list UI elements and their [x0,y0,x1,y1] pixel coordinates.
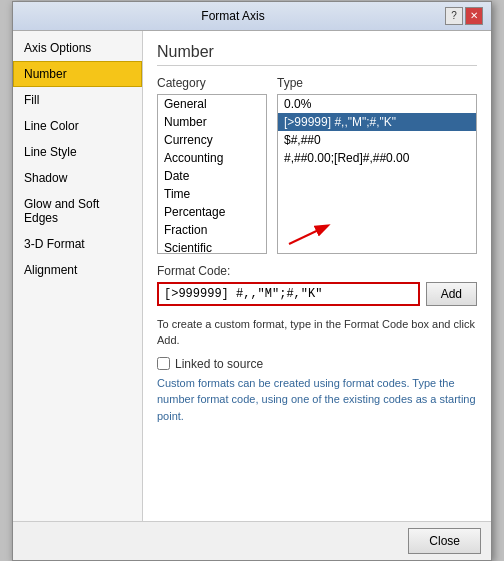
category-list[interactable]: General Number Currency Accounting Date … [157,94,267,254]
format-code-label: Format Code: [157,264,477,278]
linked-source-checkbox[interactable] [157,357,170,370]
type-column: Type 0.0% [>99999] #,,"M";#,"K" $#,##0 #… [277,76,477,254]
sidebar-item-3d-format[interactable]: 3-D Format [13,231,142,257]
category-currency[interactable]: Currency [158,131,266,149]
category-accounting[interactable]: Accounting [158,149,266,167]
format-code-section: Format Code: Add [157,264,477,306]
type-label: Type [277,76,477,90]
linked-source-row: Linked to source [157,357,477,371]
type-listbox[interactable]: 0.0% [>99999] #,,"M";#,"K" $#,##0 #,##0.… [277,94,477,254]
help-text: To create a custom format, type in the F… [157,316,477,349]
sidebar-item-line-style[interactable]: Line Style [13,139,142,165]
category-fraction[interactable]: Fraction [158,221,266,239]
dialog-title: Format Axis [201,9,264,23]
category-column: Category General Number Currency Account… [157,76,267,254]
close-button[interactable]: Close [408,528,481,554]
sidebar-item-alignment[interactable]: Alignment [13,257,142,283]
sidebar-item-axis-options[interactable]: Axis Options [13,35,142,61]
category-time[interactable]: Time [158,185,266,203]
type-item-2[interactable]: $#,##0 [278,131,476,149]
title-buttons: ? ✕ [445,7,483,25]
description-text: Custom formats can be created using form… [157,375,477,425]
type-item-0[interactable]: 0.0% [278,95,476,113]
sidebar-item-fill[interactable]: Fill [13,87,142,113]
format-axis-dialog: Format Axis ? ✕ Axis Options Number Fill… [12,1,492,561]
category-percentage[interactable]: Percentage [158,203,266,221]
format-code-row: Add [157,282,477,306]
category-type-section: Category General Number Currency Account… [157,76,477,254]
category-number[interactable]: Number [158,113,266,131]
add-button[interactable]: Add [426,282,477,306]
type-item-1[interactable]: [>99999] #,,"M";#,"K" [278,113,476,131]
sidebar: Axis Options Number Fill Line Color Line… [13,31,143,521]
category-scientific[interactable]: Scientific [158,239,266,254]
category-general[interactable]: General [158,95,266,113]
sidebar-item-glow-soft-edges[interactable]: Glow and Soft Edges [13,191,142,231]
content-title: Number [157,43,477,66]
dialog-body: Axis Options Number Fill Line Color Line… [13,31,491,521]
dialog-footer: Close [13,521,491,560]
sidebar-item-shadow[interactable]: Shadow [13,165,142,191]
title-bar: Format Axis ? ✕ [13,2,491,31]
content-area: Number Category General Number Currency … [143,31,491,521]
close-title-button[interactable]: ✕ [465,7,483,25]
category-date[interactable]: Date [158,167,266,185]
category-label: Category [157,76,267,90]
help-button[interactable]: ? [445,7,463,25]
linked-source-label: Linked to source [175,357,263,371]
sidebar-item-number[interactable]: Number [13,61,142,87]
format-code-input[interactable] [157,282,420,306]
type-item-3[interactable]: #,##0.00;[Red]#,##0.00 [278,149,476,167]
sidebar-item-line-color[interactable]: Line Color [13,113,142,139]
